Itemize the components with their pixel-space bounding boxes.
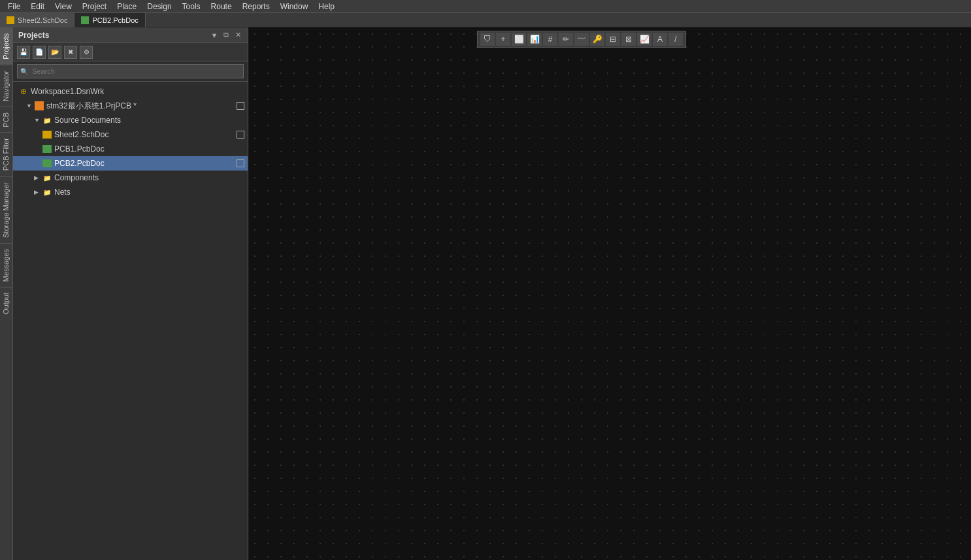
rt-line-button[interactable]: / xyxy=(668,33,683,46)
search-wrap xyxy=(17,64,244,78)
filter-icon: ⛉ xyxy=(484,35,491,44)
menu-route[interactable]: Route xyxy=(206,1,237,12)
rt-filter-button[interactable]: ⛉ xyxy=(480,33,495,46)
rect-icon: ⬜ xyxy=(514,35,524,44)
pcb1-file-icon xyxy=(42,144,52,154)
right-toolbar: ⛉ + ⬜ 📊 # ✏ 〰 🔑 ⊟ ⊠ 📈 A / xyxy=(477,31,686,48)
save-project-button[interactable]: 💾 xyxy=(17,46,30,59)
projects-header: Projects ▼ ⧉ ✕ xyxy=(13,27,248,43)
rt-key-button[interactable]: 🔑 xyxy=(590,33,604,46)
tab-pcb2-pcbdoc[interactable]: PCB2.PcbDoc xyxy=(74,13,145,27)
pcb2-dirty-icon xyxy=(236,159,245,168)
file-label-sheet2: Sheet2.SchDoc xyxy=(54,130,236,139)
vtab-navigator[interactable]: Navigator xyxy=(0,65,12,107)
grid-icon: # xyxy=(548,35,553,44)
canvas-dots xyxy=(248,27,971,560)
rt-text-button[interactable]: A xyxy=(653,33,667,46)
tab-sheet2-schdoc[interactable]: Sheet2.SchDoc xyxy=(0,13,74,27)
line-icon: / xyxy=(674,35,676,44)
save-icon: 💾 xyxy=(20,48,27,56)
pencil-icon: ✏ xyxy=(563,35,569,44)
folder-icon: 📁 xyxy=(42,116,52,125)
gear-icon: ⚙ xyxy=(84,48,90,56)
new-project-button[interactable]: 📄 xyxy=(33,46,46,59)
file-label-pcb2: PCB2.PcbDoc xyxy=(54,159,236,168)
search-row xyxy=(13,61,248,82)
nets-collapse-arrow[interactable]: ▶ xyxy=(34,189,42,195)
panel-float-button[interactable]: ⧉ xyxy=(222,31,231,40)
source-docs-collapse-arrow[interactable]: ▼ xyxy=(34,117,42,124)
cross-icon: ⊠ xyxy=(625,35,632,44)
components-folder-icon: 📁 xyxy=(42,173,52,182)
menu-tools[interactable]: Tools xyxy=(177,1,206,12)
text-icon: A xyxy=(657,35,663,44)
vtab-pcb[interactable]: PCB xyxy=(0,107,12,133)
vtab-pcb-filter[interactable]: PCB Filter xyxy=(0,132,12,176)
vtab-messages[interactable]: Messages xyxy=(0,243,12,287)
key-icon: 🔑 xyxy=(593,35,602,44)
open-folder-icon: 📂 xyxy=(51,48,59,56)
workspace-icon: ⊕ xyxy=(18,87,29,96)
project-collapse-arrow[interactable]: ▼ xyxy=(26,103,34,109)
rt-add-button[interactable]: + xyxy=(496,33,510,46)
file-pcb1-pcbdoc[interactable]: PCB1.PcbDoc xyxy=(13,142,248,156)
rt-rect-button[interactable]: ⬜ xyxy=(512,33,526,46)
tab-label-sheet2: Sheet2.SchDoc xyxy=(18,16,67,24)
workspace-item[interactable]: ⊕ Workspace1.DsnWrk xyxy=(13,84,248,99)
rt-wave-button[interactable]: 〰 xyxy=(574,33,589,46)
panel-pin-button[interactable]: ▼ xyxy=(210,31,219,40)
project-icon xyxy=(34,101,44,110)
rt-pencil-button[interactable]: ✏ xyxy=(559,33,573,46)
menu-project[interactable]: Project xyxy=(77,1,112,12)
file-sheet2-schdoc[interactable]: Sheet2.SchDoc xyxy=(13,127,248,142)
rt-linechart-button[interactable]: 📈 xyxy=(637,33,651,46)
bar-chart-icon: 📊 xyxy=(530,35,540,44)
source-documents-folder[interactable]: ▼ 📁 Source Documents xyxy=(13,113,248,127)
box-icon: ⊟ xyxy=(610,35,616,44)
sch-file-icon xyxy=(42,130,52,139)
projects-toolbar: 💾 📄 📂 ✖ ⚙ xyxy=(13,43,248,61)
workspace-label: Workspace1.DsnWrk xyxy=(31,87,248,96)
menu-file[interactable]: File xyxy=(3,1,25,12)
rt-grid-button[interactable]: # xyxy=(543,33,557,46)
search-input[interactable] xyxy=(17,64,244,78)
rt-chart-button[interactable]: 📊 xyxy=(527,33,542,46)
main-layout: Projects Navigator PCB PCB Filter Storag… xyxy=(0,27,971,560)
tab-bar: Sheet2.SchDoc PCB2.PcbDoc xyxy=(0,13,971,27)
menu-design[interactable]: Design xyxy=(142,1,176,12)
rt-cross-button[interactable]: ⊠ xyxy=(621,33,636,46)
menu-edit[interactable]: Edit xyxy=(25,1,50,12)
file-pcb2-pcbdoc[interactable]: PCB2.PcbDoc xyxy=(13,156,248,171)
sch-tab-icon xyxy=(7,16,14,24)
rt-box-button[interactable]: ⊟ xyxy=(606,33,620,46)
pcb-tab-icon xyxy=(81,16,89,24)
close-icon: ✖ xyxy=(68,48,73,56)
menu-window[interactable]: Window xyxy=(275,1,314,12)
menu-help[interactable]: Help xyxy=(313,1,340,12)
components-collapse-arrow[interactable]: ▶ xyxy=(34,174,42,181)
menu-reports[interactable]: Reports xyxy=(237,1,275,12)
wave-icon: 〰 xyxy=(578,35,585,44)
projects-header-actions: ▼ ⧉ ✕ xyxy=(210,31,242,40)
panel-close-button[interactable]: ✕ xyxy=(233,31,242,40)
open-project-button[interactable]: 📂 xyxy=(48,46,61,59)
menu-view[interactable]: View xyxy=(50,1,77,12)
nets-label: Nets xyxy=(54,188,248,197)
file-label-pcb1: PCB1.PcbDoc xyxy=(54,144,248,154)
menu-place[interactable]: Place xyxy=(112,1,142,12)
nets-folder[interactable]: ▶ 📁 Nets xyxy=(13,185,248,199)
components-label: Components xyxy=(54,173,248,182)
pcb2-file-icon xyxy=(42,159,52,168)
settings-button[interactable]: ⚙ xyxy=(80,46,93,59)
tab-label-pcb2: PCB2.PcbDoc xyxy=(92,16,138,24)
project-dirty-indicator xyxy=(236,101,245,110)
vtab-storage-manager[interactable]: Storage Manager xyxy=(0,176,12,243)
components-folder[interactable]: ▶ 📁 Components xyxy=(13,171,248,185)
canvas-area[interactable]: ⛉ + ⬜ 📊 # ✏ 〰 🔑 ⊟ ⊠ 📈 A / xyxy=(248,27,971,560)
vtab-output[interactable]: Output xyxy=(0,287,12,320)
vtab-projects[interactable]: Projects xyxy=(0,27,12,65)
sheet2-dirty-icon xyxy=(236,130,245,139)
nets-folder-icon: 📁 xyxy=(42,188,52,197)
project-item[interactable]: ▼ stm32最小系统1.PrjPCB * xyxy=(13,99,248,113)
close-project-button[interactable]: ✖ xyxy=(64,46,77,59)
